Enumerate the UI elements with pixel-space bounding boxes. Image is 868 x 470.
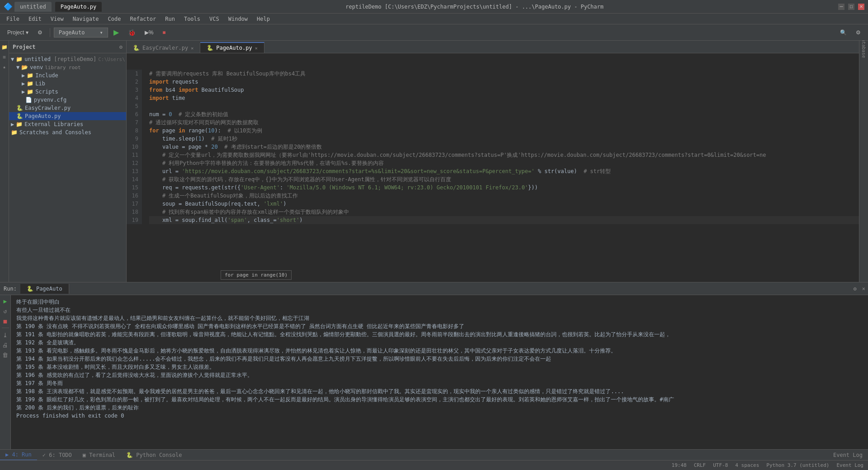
tree-item-scratches[interactable]: 📁 Scratches and Consoles <box>9 128 126 136</box>
line-content-13[interactable]: url = 'https://movie.douban.com/subject/… <box>149 167 859 175</box>
tab-easycrawler[interactable]: 🐍 EasyCrawler.py ✕ <box>127 43 200 53</box>
menu-edit[interactable]: Edit <box>24 15 46 23</box>
project-panel-gear[interactable]: ⚙ <box>119 44 123 50</box>
line-number-15: 15 <box>127 183 142 192</box>
line-content-5[interactable] <box>149 102 859 110</box>
run-play-btn[interactable]: ▶ <box>1 297 9 305</box>
tree-item-untitled-root[interactable]: ▼ 📁 untitled [reptileDemo] C:\Users\ <box>9 55 126 63</box>
app-tab-untitled[interactable]: untitled <box>14 2 52 12</box>
stop-button[interactable]: ■ <box>159 28 169 37</box>
close-button[interactable]: ✕ <box>858 4 864 10</box>
menu-file[interactable]: File <box>2 15 24 23</box>
tree-label-venv: venv <box>30 64 43 70</box>
line-number-13: 13 <box>127 167 142 175</box>
tree-item-include[interactable]: ▶ 📁 Include <box>9 71 126 80</box>
project-icon[interactable]: 📁 <box>0 42 9 52</box>
line-content-14[interactable]: # 获取这个网页的源代码，存放在req中，{}中为为不同浏览器的不同User-A… <box>149 175 859 183</box>
line-content-8[interactable]: for page in range(10): # 以10页为例 <box>149 127 859 135</box>
output-line-11: 第 196 条 感觉吹的有点过了，看了之后觉得没啥大水花，里面说的潦拔个人觉得就… <box>16 371 863 379</box>
tab-pageauto-icon: 🐍 <box>207 45 213 51</box>
run-coverage-button[interactable]: ▶% <box>141 28 157 37</box>
tab-terminal[interactable]: ▣ Terminal <box>77 450 121 460</box>
line-content-15[interactable]: req = requests.get(str({'User-Agent': 'M… <box>149 183 859 192</box>
status-python[interactable]: Python 3.7 (untitled) <box>766 462 829 468</box>
line-content-10[interactable]: value = page * 20 # 考虑到start=后边的那是20的整倍数 <box>149 143 859 151</box>
tree-item-lib[interactable]: ▶ 📁 Lib <box>9 80 126 88</box>
tab-easycrawler-close[interactable]: ✕ <box>191 46 193 51</box>
print-btn[interactable]: 🖨 <box>1 341 9 349</box>
status-line-ending[interactable]: CRLF <box>694 462 706 468</box>
token: 'short' <box>277 217 300 223</box>
debug-button[interactable]: 🐞 <box>124 28 139 38</box>
scroll-to-end-btn[interactable]: ⤓ <box>1 331 9 339</box>
code-editor[interactable]: 1# 需要调用的requests 库和 BeautifulSoup库中的bs4工… <box>127 53 859 282</box>
clear-btn[interactable]: 🗑 <box>1 351 9 359</box>
menu-code[interactable]: Code <box>104 15 126 23</box>
run-stop-btn[interactable]: ■ <box>1 317 9 325</box>
line-content-2[interactable]: import requests <box>149 78 859 86</box>
toolbar-find-btn[interactable]: 🔍 <box>836 28 850 37</box>
token: 'https://movie.douban.com/subject/266837… <box>182 168 534 174</box>
database-icon[interactable]: Database <box>859 42 868 52</box>
menu-run[interactable]: Run <box>160 15 179 23</box>
line-gutter-3 <box>142 86 149 94</box>
main-area: 📁 ≡ ★ Project ⚙ ▼ 📁 untitled [reptileDem… <box>0 41 868 282</box>
line-content-3[interactable]: from bs4 import BeautifulSoup <box>149 86 859 94</box>
tree-item-pyvenv[interactable]: 📄 pyvenv.cfg <box>9 96 126 104</box>
line-number-5: 5 <box>127 102 142 110</box>
line-gutter-15 <box>142 183 149 192</box>
menu-vcs[interactable]: VCS <box>205 15 224 23</box>
menu-help[interactable]: Help <box>252 15 274 23</box>
line-content-9[interactable]: time.sleep(1) # 延时1秒 <box>149 135 859 143</box>
menu-navigate[interactable]: Navigate <box>68 15 104 23</box>
collapse-icon: ▼ <box>11 56 14 62</box>
menu-refactor[interactable]: Refactor <box>125 15 160 23</box>
menu-tools[interactable]: Tools <box>179 15 205 23</box>
line-content-7[interactable]: # 通过循环实现对不同页码的网页的数据爬取 <box>149 118 859 127</box>
code-line-5: 5 <box>127 102 859 110</box>
line-content-6[interactable]: num = 0 # 定义条数的初始值 <box>149 110 859 118</box>
code-content[interactable]: 1# 需要调用的requests 库和 BeautifulSoup库中的bs4工… <box>127 53 859 282</box>
menu-view[interactable]: View <box>46 15 68 23</box>
tab-run[interactable]: ▶ 4: Run <box>0 450 37 461</box>
status-indent[interactable]: 4 spaces <box>735 462 759 468</box>
line-content-16[interactable]: # 生成一个BeautifulSoup对象，用以后边的查找工作 <box>149 192 859 200</box>
maximize-button[interactable]: □ <box>848 4 854 10</box>
favorites-icon[interactable]: ★ <box>0 62 9 71</box>
run-config-selector[interactable]: PageAuto ▾ <box>54 28 108 38</box>
app-tab-pageauto[interactable]: PageAuto.py <box>55 2 102 12</box>
structure-icon[interactable]: ≡ <box>0 52 9 61</box>
tab-event-log[interactable]: Event Log <box>828 450 868 460</box>
tree-item-external-libs[interactable]: ▶ 📁 External Libraries <box>9 120 126 128</box>
status-encoding[interactable]: UTF-8 <box>713 462 728 468</box>
toolbar-project-btn[interactable]: Project ▾ <box>4 28 32 37</box>
run-button[interactable]: ▶ <box>110 27 123 38</box>
menu-window[interactable]: Window <box>224 15 252 23</box>
run-close-icon[interactable]: × <box>859 286 868 292</box>
left-sidebar-icons: 📁 ≡ ★ <box>0 41 9 282</box>
tree-item-easycrawler[interactable]: 🐍 EasyCrawler.py <box>9 104 126 112</box>
line-content-19[interactable]: xml = soup.find_all('span', class_='shor… <box>149 216 859 224</box>
line-content-17[interactable]: soup = BeautifulSoup(req.text, 'lxml') <box>149 200 859 208</box>
run-panel-tab-active[interactable]: 🐍 PageAuto <box>20 284 69 294</box>
status-event-log[interactable]: Event Log <box>836 462 863 468</box>
run-gear-icon[interactable]: ⚙ <box>851 286 859 292</box>
tree-item-scripts[interactable]: ▶ 📁 Scripts <box>9 88 126 96</box>
line-content-18[interactable]: # 找到所有span标签中的内容并存放在xml这样一个类似于数组队列的对象中 <box>149 208 859 216</box>
minimize-button[interactable]: ─ <box>838 4 844 10</box>
line-content-12[interactable]: # 利用Python中字符串替换的方法：在要替换的地方用%s代替，在请句后%s.… <box>149 159 859 167</box>
tree-item-pageauto[interactable]: 🐍 PageAuto.py <box>9 112 126 120</box>
output-line-14: 第 199 条 眼眶红了好几次，彩色到黑白的那一帧，被打到了。最喜欢对结局的处理… <box>16 395 863 404</box>
token: BeautifulSoup <box>198 87 244 93</box>
line-content-11[interactable]: # 定义一个变量url，为需要爬取数据我网网址（要将url由'https://m… <box>149 151 859 159</box>
tab-todo[interactable]: ✓ 6: TODO <box>37 450 77 460</box>
run-rerun-btn[interactable]: ↺ <box>1 307 9 315</box>
line-content-1[interactable]: # 需要调用的requests 库和 BeautifulSoup库中的bs4工具 <box>149 70 859 78</box>
tab-pageauto[interactable]: 🐍 PageAuto.py ✕ <box>200 42 264 53</box>
toolbar-settings-btn[interactable]: ⚙ <box>34 28 46 37</box>
tree-item-venv[interactable]: ▼ 📂 venv library root <box>9 63 126 71</box>
tab-python-console[interactable]: 🐍 Python Console <box>121 450 187 460</box>
tab-pageauto-close[interactable]: ✕ <box>255 46 258 51</box>
toolbar-settings2-btn[interactable]: ⚙ <box>852 28 864 37</box>
line-content-4[interactable]: import time <box>149 94 859 102</box>
